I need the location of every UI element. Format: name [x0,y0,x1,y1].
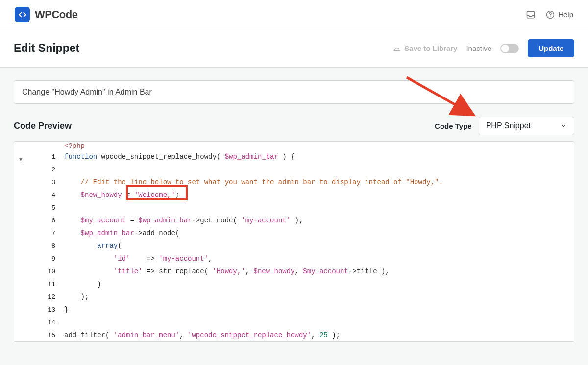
page-subheader: Edit Snippet Save to Library Inactive Up… [0,29,588,68]
wpcode-logo-icon [15,7,30,22]
inbox-icon[interactable] [526,10,536,20]
code-type-group: Code Type PHP Snippet [435,117,574,135]
fold-toggle-icon[interactable]: ▼ [19,157,23,163]
line-number: 9 [40,255,61,263]
update-button[interactable]: Update [528,39,574,57]
line-number: 3 [40,179,61,186]
save-library-label: Save to Library [404,44,457,52]
status-label: Inactive [466,44,491,52]
line-number: 15 [40,332,61,339]
help-label: Help [558,10,573,19]
active-toggle[interactable] [500,44,519,53]
header-actions: Help [526,10,573,20]
code-type-select[interactable]: PHP Snippet [479,117,574,135]
content-area: Code Preview Code Type PHP Snippet <?php… [0,68,588,355]
brand-text: WPCode [35,8,77,21]
svg-point-2 [550,16,551,17]
code-type-value: PHP Snippet [486,122,531,130]
page-title: Edit Snippet [14,42,79,55]
code-php-open: <?php [64,142,85,150]
chevron-down-icon [560,122,567,129]
line-number: 4 [40,192,61,199]
code-preview-label: Code Preview [14,121,72,131]
snippet-title-input[interactable] [14,80,574,104]
line-number: 10 [40,268,61,275]
svg-rect-0 [527,11,535,18]
line-number: 2 [40,166,61,173]
save-to-library-button[interactable]: Save to Library [392,44,457,53]
line-number: 1 [40,153,61,161]
line-number: 6 [40,217,61,224]
preview-header-row: Code Preview Code Type PHP Snippet [14,117,574,135]
line-number: 8 [40,243,61,250]
line-number: 5 [40,204,61,212]
line-number: 7 [40,230,61,237]
help-link[interactable]: Help [545,10,573,20]
line-number: 12 [40,293,61,301]
line-number: 13 [40,306,61,314]
line-number: 14 [40,319,61,326]
app-header: WPCode Help [0,0,588,29]
line-number: 11 [40,281,61,288]
brand: WPCode [15,7,77,22]
code-editor[interactable]: <?php ▼ 1 function wpcode_snippet_replac… [14,141,574,342]
subheader-actions: Save to Library Inactive Update [392,39,574,57]
code-type-label: Code Type [435,122,472,130]
